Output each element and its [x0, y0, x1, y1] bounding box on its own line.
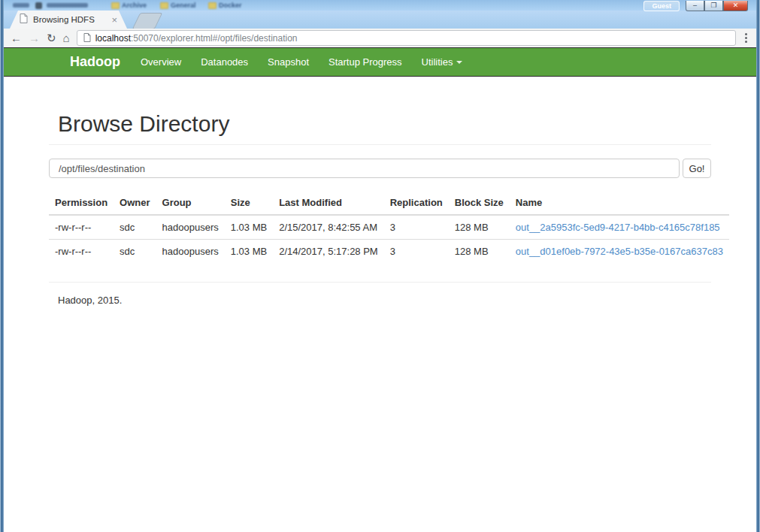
browser-menu-icon[interactable] — [743, 33, 749, 43]
hadoop-navbar: Hadoop Overview Datanodes Snapshot Start… — [4, 47, 756, 77]
col-replication: Replication — [384, 191, 449, 215]
cell-block-size: 128 MB — [449, 240, 510, 264]
footer-text: Hadoop, 2015. — [58, 295, 711, 306]
address-bar[interactable]: localhost:50070/explorer.html#/opt/files… — [77, 30, 736, 46]
page-title: Browse Directory — [58, 111, 711, 137]
go-button[interactable]: Go! — [683, 159, 711, 178]
page-favicon-icon — [20, 13, 28, 26]
tab-browsing-hdfs[interactable]: Browsing HDFS × — [10, 11, 127, 29]
blurred-bookmark — [13, 3, 29, 8]
navbar-brand[interactable]: Hadoop — [59, 54, 131, 70]
cell-name: out__d01ef0eb-7972-43e5-b35e-0167ca637c8… — [510, 240, 729, 264]
cell-name: out__2a5953fc-5ed9-4217-b4bb-c4165c78f18… — [510, 215, 729, 240]
maximize-button[interactable]: ❐ — [704, 1, 723, 11]
cell-owner: sdc — [114, 215, 156, 240]
cell-owner: sdc — [114, 240, 156, 264]
bookmark-label: Docker — [219, 2, 242, 9]
blurred-app-icon — [35, 2, 42, 9]
cell-block-size: 128 MB — [449, 215, 510, 240]
tab-close-icon[interactable]: × — [111, 15, 117, 25]
cell-size: 1.03 MB — [225, 240, 273, 264]
window-border-right — [756, 0, 760, 532]
nav-item-startup-progress[interactable]: Startup Progress — [319, 56, 412, 68]
cell-last-modified: 2/15/2017, 8:42:55 AM — [273, 215, 384, 240]
minimize-button[interactable]: – — [686, 1, 704, 11]
reload-icon[interactable]: ↻ — [47, 32, 56, 44]
cell-size: 1.03 MB — [225, 215, 273, 240]
col-name: Name — [510, 191, 729, 215]
divider — [49, 144, 711, 145]
table-row: -rw-r--r-- sdc hadoopusers 1.03 MB 2/14/… — [49, 240, 729, 264]
back-icon[interactable]: ← — [11, 32, 22, 44]
bookmark-folder-docker[interactable]: Docker — [208, 2, 242, 9]
nav-item-datanodes[interactable]: Datanodes — [191, 56, 258, 68]
browser-window: Archive General Docker Guest – ❐ ✕ Brows — [0, 0, 760, 532]
table-header-row: Permission Owner Group Size Last Modifie… — [49, 191, 729, 215]
nav-item-snapshot[interactable]: Snapshot — [258, 56, 319, 68]
nav-item-utilities-label: Utilities — [422, 56, 453, 68]
new-tab-button[interactable] — [132, 13, 163, 29]
url-host: localhost — [95, 33, 131, 44]
nav-item-overview[interactable]: Overview — [131, 56, 191, 68]
col-block-size: Block Size — [449, 191, 510, 215]
bookmark-label: Archive — [122, 2, 147, 9]
folder-icon — [111, 2, 120, 9]
url-path: :50070/explorer.html#/opt/files/destinat… — [131, 33, 297, 44]
file-link[interactable]: out__2a5953fc-5ed9-4217-b4bb-c4165c78f18… — [516, 222, 720, 233]
tab-strip: Browsing HDFS × — [4, 11, 756, 29]
tab-title: Browsing HDFS — [33, 15, 95, 24]
browser-toolbar: ← → ↻ ⌂ localhost:50070/explorer.html#/o… — [4, 29, 756, 47]
url-page-icon — [83, 32, 91, 45]
bookmark-folder-general[interactable]: General — [160, 2, 196, 9]
cell-permission: -rw-r--r-- — [49, 240, 114, 264]
cell-replication: 3 — [384, 240, 449, 264]
col-permission: Permission — [49, 191, 114, 215]
forward-icon[interactable]: → — [29, 32, 40, 44]
footer-divider — [49, 282, 711, 283]
file-link[interactable]: out__d01ef0eb-7972-43e5-b35e-0167ca637c8… — [516, 246, 723, 257]
nav-item-utilities[interactable]: Utilities — [412, 56, 473, 68]
col-owner: Owner — [114, 191, 156, 215]
cell-permission: -rw-r--r-- — [49, 215, 114, 240]
cell-group: hadoopusers — [156, 240, 225, 264]
col-last-modified: Last Modified — [273, 191, 384, 215]
cell-group: hadoopusers — [156, 215, 225, 240]
profile-button[interactable]: Guest — [643, 1, 680, 11]
cell-replication: 3 — [384, 215, 449, 240]
col-size: Size — [225, 191, 273, 215]
path-form: Go! — [49, 159, 711, 178]
table-row: -rw-r--r-- sdc hadoopusers 1.03 MB 2/15/… — [49, 215, 729, 240]
cell-last-modified: 2/14/2017, 5:17:28 PM — [273, 240, 384, 264]
close-button[interactable]: ✕ — [723, 1, 748, 11]
page-content: Browse Directory Go! Permission Owner Gr… — [49, 78, 711, 306]
chevron-down-icon — [456, 61, 462, 64]
window-caption-controls: Guest – ❐ ✕ — [643, 1, 748, 11]
window-border-left — [0, 0, 4, 532]
col-group: Group — [156, 191, 225, 215]
blurred-bookmark — [47, 3, 88, 8]
bookmark-folder-archive[interactable]: Archive — [111, 2, 147, 9]
bookmark-label: General — [171, 2, 196, 9]
folder-icon — [208, 2, 216, 9]
url-text: localhost:50070/explorer.html#/opt/files… — [95, 33, 298, 44]
folder-icon — [160, 2, 168, 9]
home-icon[interactable]: ⌂ — [63, 32, 70, 44]
directory-path-input[interactable] — [49, 159, 680, 178]
file-listing-table: Permission Owner Group Size Last Modifie… — [49, 191, 729, 263]
